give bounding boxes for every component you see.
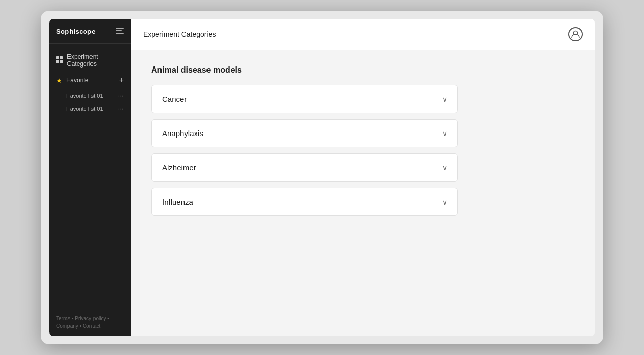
- category-item-anaphylaxis[interactable]: Anaphylaxis ∨: [151, 119, 458, 147]
- chevron-down-icon-alzheimer: ∨: [442, 164, 447, 172]
- svg-rect-1: [116, 30, 122, 31]
- svg-rect-3: [56, 56, 59, 59]
- add-favorite-icon[interactable]: +: [119, 76, 124, 85]
- sidebar-favorite-item-1[interactable]: Favorite list 01 ···: [49, 102, 131, 116]
- page-title: Experiment Categories: [143, 30, 216, 38]
- footer-privacy[interactable]: Privacy policy: [75, 316, 106, 321]
- favorite-item-1-menu-icon[interactable]: ···: [117, 105, 124, 113]
- category-item-cancer[interactable]: Cancer ∨: [151, 85, 458, 113]
- laptop-frame: Sophiscope: [41, 11, 603, 344]
- category-item-influenza-label: Influenza: [162, 197, 193, 206]
- category-item-influenza[interactable]: Influenza ∨: [151, 188, 458, 216]
- category-item-alzheimer-label: Alzheimer: [162, 163, 196, 172]
- app-window: Sophiscope: [49, 19, 595, 336]
- main-body: Animal disease models Cancer ∨ Anaphylax…: [131, 50, 595, 336]
- chevron-down-icon-cancer: ∨: [442, 95, 447, 103]
- footer-company[interactable]: Company: [56, 323, 78, 329]
- category-list: Cancer ∨ Anaphylaxis ∨ Alzheimer ∨ Influ…: [151, 85, 458, 216]
- svg-rect-2: [116, 33, 124, 34]
- menu-toggle-icon[interactable]: [116, 27, 124, 35]
- favorite-item-0-menu-icon[interactable]: ···: [117, 92, 124, 99]
- sidebar-favorite-item-0[interactable]: Favorite list 01 ···: [49, 89, 131, 102]
- sidebar-nav: Experiment Categories ★ Favorite + Favor…: [49, 44, 131, 308]
- sidebar-favorite-section: ★ Favorite + Favorite list 01 ··· Favori…: [49, 72, 131, 116]
- app-logo: Sophiscope: [56, 28, 96, 35]
- star-icon: ★: [56, 77, 62, 84]
- chevron-down-icon-anaphylaxis: ∨: [442, 129, 447, 138]
- sidebar: Sophiscope: [49, 19, 131, 336]
- user-avatar-button[interactable]: [568, 27, 583, 41]
- category-item-cancer-label: Cancer: [162, 95, 187, 103]
- footer-terms[interactable]: Terms: [56, 316, 70, 321]
- sidebar-item-experiment-categories-label: Experiment Categories: [67, 53, 124, 68]
- grid-icon: [56, 56, 63, 64]
- sidebar-favorite-label: Favorite: [66, 77, 88, 84]
- sidebar-footer: Terms • Privacy policy • Company • Conta…: [49, 308, 131, 336]
- sidebar-header: Sophiscope: [49, 19, 131, 44]
- svg-rect-6: [60, 60, 63, 63]
- category-item-alzheimer[interactable]: Alzheimer ∨: [151, 153, 458, 182]
- sidebar-favorite-header-left: ★ Favorite: [56, 77, 88, 84]
- svg-rect-4: [60, 56, 63, 59]
- svg-rect-5: [56, 60, 59, 63]
- sidebar-favorite-item-0-label: Favorite list 01: [66, 93, 103, 99]
- sidebar-favorite-item-1-label: Favorite list 01: [66, 106, 103, 112]
- sidebar-favorite-header[interactable]: ★ Favorite +: [49, 72, 131, 89]
- footer-sep2: •: [107, 316, 109, 321]
- chevron-down-icon-influenza: ∨: [442, 198, 447, 206]
- svg-rect-0: [116, 28, 124, 29]
- section-title: Animal disease models: [151, 65, 574, 75]
- footer-contact[interactable]: Contact: [83, 323, 100, 329]
- sidebar-item-experiment-categories[interactable]: Experiment Categories: [49, 49, 131, 72]
- main-header: Experiment Categories: [131, 19, 595, 50]
- main-content: Experiment Categories Animal disease mod…: [131, 19, 595, 336]
- category-item-anaphylaxis-label: Anaphylaxis: [162, 129, 203, 138]
